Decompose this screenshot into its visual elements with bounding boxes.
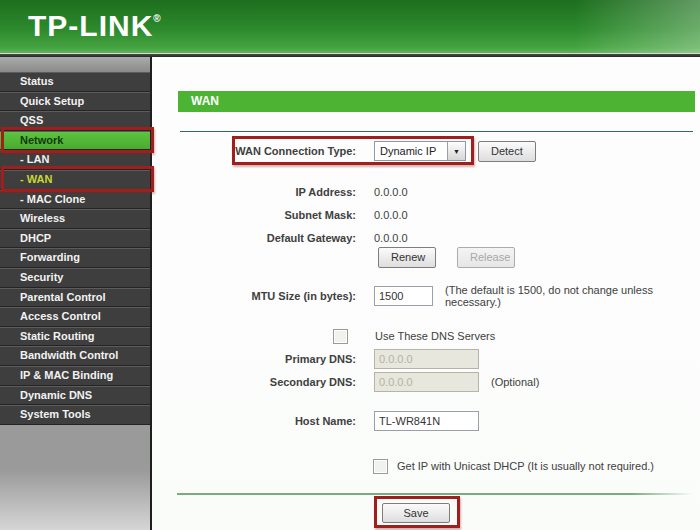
sidebar-item-label: System Tools	[20, 408, 91, 420]
sidebar-item-label: DHCP	[20, 232, 51, 244]
primary-dns-row: Primary DNS:	[152, 348, 479, 370]
sidebar-top-spacer	[0, 57, 150, 72]
router-admin-page: TP-LINK® StatusQuick SetupQSSNetwork- LA…	[0, 0, 700, 530]
sidebar-item-label: Network	[20, 134, 63, 146]
sidebar-item-label: Access Control	[20, 310, 101, 322]
secondary-dns-label: Secondary DNS:	[152, 376, 356, 388]
sidebar-item-label: Static Routing	[20, 330, 95, 342]
secondary-dns-note: (Optional)	[491, 376, 539, 388]
sidebar-item-network[interactable]: Network	[0, 131, 150, 151]
use-dns-checkbox[interactable]	[333, 329, 348, 344]
sidebar-item-label: Security	[20, 271, 63, 283]
secondary-dns-input	[374, 372, 479, 392]
renew-release-row: Renew Release	[152, 246, 515, 268]
detect-button[interactable]: Detect	[478, 141, 536, 162]
sidebar-item-label: Status	[20, 75, 54, 87]
sidebar-item-label: - LAN	[20, 153, 49, 165]
sidebar-item-label: Quick Setup	[20, 95, 84, 107]
sidebar-item-static-routing[interactable]: Static Routing	[0, 327, 150, 347]
subnet-mask-label: Subnet Mask:	[152, 209, 356, 221]
use-dns-label: Use These DNS Servers	[375, 330, 495, 342]
mtu-row: MTU Size (in bytes): (The default is 150…	[152, 285, 700, 307]
sidebar-item-dhcp[interactable]: DHCP	[0, 229, 150, 249]
sidebar-item-bandwidth-control[interactable]: Bandwidth Control	[0, 346, 150, 366]
registered-trademark: ®	[153, 13, 160, 24]
sidebar-item-status[interactable]: Status	[0, 72, 150, 92]
sidebar-item-label: - MAC Clone	[20, 193, 85, 205]
sidebar-item-wireless[interactable]: Wireless	[0, 209, 150, 229]
use-dns-row: Use These DNS Servers	[152, 325, 495, 347]
sidebar-item-mac-clone[interactable]: - MAC Clone	[0, 190, 150, 210]
sidebar-item-parental-control[interactable]: Parental Control	[0, 288, 150, 308]
subnet-mask-value: 0.0.0.0	[374, 209, 408, 221]
sidebar-item-qss[interactable]: QSS	[0, 111, 150, 131]
ip-address-value: 0.0.0.0	[374, 186, 408, 198]
default-gateway-label: Default Gateway:	[152, 232, 356, 244]
sidebar-item-label: IP & MAC Binding	[20, 369, 113, 381]
unicast-dhcp-row: Get IP with Unicast DHCP (It is usually …	[152, 455, 654, 477]
sidebar: StatusQuick SetupQSSNetwork- LAN- WAN- M…	[0, 57, 152, 530]
release-button: Release	[457, 247, 515, 268]
mtu-input[interactable]	[374, 286, 433, 306]
sidebar-item-security[interactable]: Security	[0, 268, 150, 288]
sidebar-item-forwarding[interactable]: Forwarding	[0, 248, 150, 268]
sidebar-item-lan[interactable]: - LAN	[0, 150, 150, 170]
wan-connection-type-row: WAN Connection Type: Dynamic IP ▼ Detect	[152, 140, 536, 162]
sidebar-bottom-spacer	[0, 425, 150, 530]
wan-connection-type-value: Dynamic IP	[375, 145, 447, 157]
ip-address-row: IP Address: 0.0.0.0	[152, 181, 408, 203]
sidebar-item-ip-mac-binding[interactable]: IP & MAC Binding	[0, 366, 150, 386]
page-title: WAN	[178, 91, 695, 112]
primary-dns-label: Primary DNS:	[152, 353, 356, 365]
sidebar-menu: StatusQuick SetupQSSNetwork- LAN- WAN- M…	[0, 72, 150, 425]
sidebar-item-label: Dynamic DNS	[20, 389, 92, 401]
host-name-label: Host Name:	[152, 415, 356, 427]
header: TP-LINK®	[0, 0, 700, 53]
sidebar-item-dynamic-dns[interactable]: Dynamic DNS	[0, 386, 150, 406]
sidebar-item-label: Forwarding	[20, 251, 80, 263]
sidebar-item-label: - WAN	[20, 173, 52, 185]
ip-address-label: IP Address:	[152, 186, 356, 198]
save-button[interactable]: Save	[382, 503, 450, 523]
secondary-dns-row: Secondary DNS: (Optional)	[152, 371, 539, 393]
mtu-label: MTU Size (in bytes):	[152, 290, 356, 302]
primary-dns-input	[374, 349, 479, 369]
main-content: WAN WAN Connection Type: Dynamic IP ▼ De…	[152, 57, 700, 530]
sidebar-item-wan[interactable]: - WAN	[0, 170, 150, 190]
sidebar-item-quick-setup[interactable]: Quick Setup	[0, 92, 150, 112]
unicast-dhcp-checkbox[interactable]	[373, 459, 388, 474]
sidebar-item-label: Bandwidth Control	[20, 349, 118, 361]
unicast-dhcp-label: Get IP with Unicast DHCP (It is usually …	[397, 460, 654, 472]
renew-button[interactable]: Renew	[378, 247, 436, 268]
mtu-note: (The default is 1500, do not change unle…	[445, 284, 700, 308]
chevron-down-icon[interactable]: ▼	[447, 142, 465, 160]
content-divider-bottom	[177, 493, 693, 495]
sidebar-item-label: QSS	[20, 114, 43, 126]
host-name-row: Host Name:	[152, 410, 479, 432]
sidebar-item-access-control[interactable]: Access Control	[0, 307, 150, 327]
sidebar-item-label: Parental Control	[20, 291, 106, 303]
content-divider-top	[180, 131, 693, 132]
logo-text: TP-LINK	[28, 9, 153, 42]
sidebar-item-system-tools[interactable]: System Tools	[0, 405, 150, 425]
host-name-input[interactable]	[374, 411, 479, 431]
wan-connection-type-select[interactable]: Dynamic IP ▼	[374, 141, 466, 161]
sidebar-item-label: Wireless	[20, 212, 65, 224]
wan-connection-type-label: WAN Connection Type:	[152, 145, 356, 157]
tplink-logo: TP-LINK®	[28, 9, 161, 43]
subnet-mask-row: Subnet Mask: 0.0.0.0	[152, 204, 408, 226]
default-gateway-value: 0.0.0.0	[374, 232, 408, 244]
